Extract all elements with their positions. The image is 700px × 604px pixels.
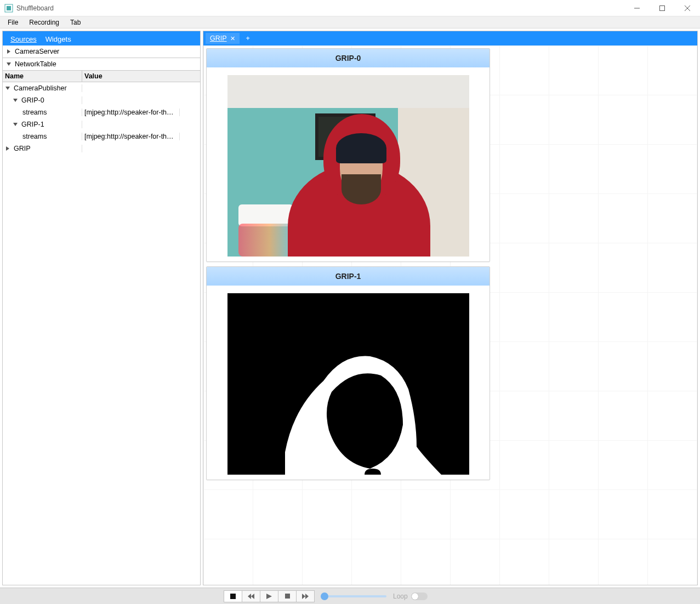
side-tabs: Sources Widgets [3, 31, 200, 45]
camera-feed-grip-1 [227, 293, 469, 475]
close-icon[interactable]: ✕ [230, 35, 235, 42]
section-label: CameraServer [15, 48, 59, 55]
chevron-down-icon [5, 86, 10, 91]
tree-row[interactable]: GRIP [3, 143, 200, 155]
tree-value: [mjpeg:http://speaker-for-the-de... [82, 133, 180, 140]
menu-recording[interactable]: Recording [24, 18, 65, 27]
tab-widgets[interactable]: Widgets [41, 33, 76, 45]
tree-body: CameraPublisher GRIP-0 streams [mjpeg:ht… [3, 82, 200, 585]
svg-marker-10 [13, 123, 18, 126]
svg-marker-11 [6, 146, 9, 151]
app-icon [4, 4, 13, 13]
widget-grip-1[interactable]: GRIP-1 [206, 266, 490, 480]
svg-rect-1 [7, 6, 11, 10]
stop-small-button[interactable] [278, 590, 297, 602]
widget-title: GRIP-0 [207, 49, 490, 67]
fastforward-button[interactable] [296, 590, 315, 602]
tree-label: streams [22, 133, 47, 140]
dashboard-canvas[interactable]: GRIP-0 [203, 45, 697, 585]
tree-label: streams [22, 109, 47, 116]
chevron-down-icon [13, 98, 18, 103]
rewind-button[interactable] [242, 590, 260, 602]
svg-marker-8 [5, 87, 10, 90]
tree-label: CameraPublisher [14, 84, 67, 92]
tree-label: GRIP-1 [21, 121, 44, 128]
svg-marker-18 [305, 594, 309, 599]
window-titlebar: Shuffleboard [0, 0, 700, 16]
widget-body [207, 67, 490, 262]
maximize-button[interactable] [650, 0, 675, 16]
tree-label: GRIP-0 [21, 96, 44, 104]
tree-row[interactable]: CameraPublisher [3, 82, 200, 94]
widget-body [207, 286, 490, 480]
svg-marker-17 [302, 594, 305, 599]
menu-file[interactable]: File [2, 18, 24, 27]
tree-row[interactable]: GRIP-0 [3, 94, 200, 106]
chevron-down-icon [6, 61, 12, 67]
chevron-right-icon [5, 146, 10, 151]
section-cameraserver[interactable]: CameraServer [3, 45, 200, 58]
tree-header: Name Value [3, 71, 200, 82]
minimize-button[interactable] [624, 0, 650, 16]
main-tabs: GRIP ✕ + [203, 31, 697, 45]
main-area: GRIP ✕ + GRIP-0 [203, 31, 698, 585]
play-button[interactable] [260, 590, 278, 602]
svg-marker-15 [266, 594, 272, 599]
loop-label: Loop [393, 592, 408, 600]
svg-marker-9 [13, 99, 18, 102]
header-value[interactable]: Value [82, 71, 200, 82]
tree-label: GRIP [14, 145, 31, 152]
tree-row[interactable]: streams [mjpeg:http://speaker-for-the-de… [3, 130, 200, 143]
tree-row[interactable]: GRIP-1 [3, 118, 200, 130]
playback-slider[interactable] [321, 595, 386, 597]
section-label: NetworkTable [15, 60, 56, 68]
svg-marker-6 [7, 49, 10, 54]
close-button[interactable] [675, 0, 700, 16]
side-panel: Sources Widgets CameraServer NetworkTabl… [2, 31, 201, 585]
tab-sources[interactable]: Sources [6, 33, 41, 45]
svg-rect-16 [285, 594, 290, 599]
widget-title: GRIP-1 [207, 267, 490, 286]
tab-label: GRIP [210, 35, 227, 42]
loop-toggle[interactable] [411, 592, 428, 600]
camera-feed-grip-0 [227, 75, 469, 257]
tree-row[interactable]: streams [mjpeg:http://speaker-for-the-de… [3, 106, 200, 118]
header-name[interactable]: Name [3, 71, 82, 82]
widget-grip-0[interactable]: GRIP-0 [206, 48, 490, 262]
footer-transport: Loop [0, 588, 700, 604]
section-networktable[interactable]: NetworkTable [3, 58, 200, 71]
stop-button[interactable] [224, 590, 242, 602]
chevron-right-icon [6, 49, 12, 54]
add-tab-button[interactable]: + [242, 35, 254, 42]
tab-grip[interactable]: GRIP ✕ [206, 33, 240, 44]
svg-rect-3 [660, 5, 665, 10]
slider-thumb[interactable] [321, 592, 328, 600]
tree-value: [mjpeg:http://speaker-for-the-de... [82, 109, 180, 116]
window-title: Shuffleboard [16, 4, 624, 12]
chevron-down-icon [13, 122, 18, 127]
svg-marker-7 [7, 62, 11, 66]
menu-tab[interactable]: Tab [65, 18, 86, 27]
svg-marker-13 [248, 594, 251, 599]
svg-rect-12 [230, 594, 236, 599]
svg-marker-14 [251, 594, 254, 599]
menubar: File Recording Tab [0, 16, 700, 29]
